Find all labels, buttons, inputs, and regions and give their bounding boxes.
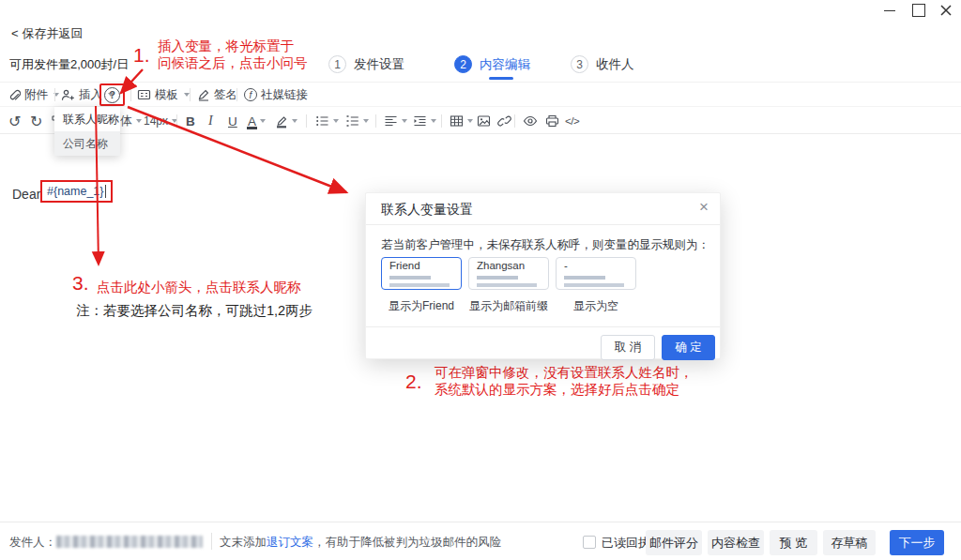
variable-option-empty[interactable]: - [556,257,636,290]
confirm-button[interactable]: 确 定 [662,335,715,360]
save-draft-button[interactable]: 存草稿 [823,530,876,555]
template-icon [137,88,151,101]
divider [190,88,191,101]
read-receipt-checkbox[interactable] [583,536,596,549]
redo-button[interactable]: ↻ [30,110,42,132]
dropdown-item-company-name[interactable]: 公司名称 [54,131,120,156]
placeholder-bar [564,276,605,280]
print-button[interactable] [545,110,559,132]
paperclip-icon [8,88,21,102]
variable-token[interactable]: #{name_1} [40,180,113,203]
table-button[interactable] [450,110,473,132]
signature-button[interactable]: 签名 [197,86,237,103]
placeholder-bar [389,283,450,287]
divider [176,114,177,128]
divider [211,533,212,550]
italic-label: I [208,114,213,129]
redo-icon: ↻ [30,113,42,130]
app-window: <保存并返回 可用发件量2,000封/日 1 发件设置 2 内容编辑 3 收件人… [0,0,961,560]
align-button[interactable] [384,110,407,132]
insert-link-button[interactable] [497,110,511,132]
variable-option-email-prefix[interactable]: Zhangsan [468,257,549,290]
email-score-button[interactable]: 邮件评分 [646,530,702,555]
divider [306,114,307,128]
underline-button[interactable]: U [228,110,237,132]
daily-quota-text: 可用发件量2,000封/日 [9,56,129,73]
bullet-list-button[interactable] [315,110,339,132]
indent-button[interactable] [413,110,436,132]
tip-prefix: 文末添加 [220,536,267,549]
modal-close-icon[interactable]: × [699,198,709,217]
step-label: 发件设置 [354,56,404,73]
ordered-list-icon [345,114,359,128]
font-color-button[interactable]: A [248,110,266,132]
step-recipients[interactable]: 3 收件人 [571,55,634,73]
dropdown-item-contact-nickname[interactable]: 联系人昵称 [54,107,120,131]
annotation-step3-note: 注：若要选择公司名称，可跳过1,2两步 [76,302,313,320]
facebook-circle-icon: f [244,88,257,101]
step-content-edit[interactable]: 2 内容编辑 [454,55,530,73]
highlight-marker-icon [275,114,288,129]
ordered-list-button[interactable] [345,110,369,132]
chevron-down-icon [467,119,473,123]
image-icon [477,114,491,128]
insert-image-button[interactable] [477,110,491,132]
attachment-label: 附件 [24,87,48,103]
annotation-line: 插入变量，将光标置于 [158,38,308,54]
highlight-color-button[interactable] [275,110,297,132]
undo-button[interactable]: ↺ [8,110,21,132]
placeholder-bar [389,276,431,280]
window-close-icon[interactable] [933,0,959,21]
annotation-step2-text: 可在弹窗中修改，没有设置联系人姓名时， 系统默认的显示方案，选择好后点击确定 [435,364,694,398]
printer-icon [545,114,559,128]
preview-button-footer[interactable]: 预 览 [770,530,817,555]
editor-greeting-text[interactable]: Dear [12,187,40,202]
social-links-button[interactable]: f 社媒链接 [244,86,308,103]
cancel-button[interactable]: 取 消 [601,335,655,360]
read-receipt-label: 已读回执 [602,535,650,552]
chevron-down-icon [431,119,436,123]
attachment-button[interactable]: 附件 [8,86,59,103]
back-save-return-link[interactable]: <保存并返回 [11,25,84,42]
align-left-icon [384,114,398,128]
annotation-step1-number: 1. [133,44,150,67]
pen-icon [197,88,210,101]
placeholder-bar [564,283,624,287]
unsubscribe-copy-link[interactable]: 退订文案 [267,536,313,549]
annotation-line: 可在弹窗中修改，没有设置联系人姓名时， [435,364,694,381]
modal-description: 若当前客户管理中，未保存联系人称呼，则变量的显示规则为： [381,237,709,253]
window-maximize-button[interactable] [905,0,931,21]
font-family-select[interactable]: 体 [120,110,142,132]
undo-icon: ↺ [8,113,21,130]
annotation-line: 系统默认的显示方案，选择好后点击确定 [435,381,694,398]
indent-icon [413,114,427,128]
next-step-button[interactable]: 下一步 [890,530,944,555]
option-caption: 显示为空 [556,298,636,314]
source-code-button[interactable]: </> [565,110,579,132]
bold-label: B [186,114,195,129]
content-check-button[interactable]: 内容检查 [708,530,764,555]
sender-email-redacted [56,536,203,548]
template-button[interactable]: 模板 [137,86,190,103]
placeholder-bar [477,276,518,280]
italic-button[interactable]: I [208,110,213,132]
bold-button[interactable]: B [186,110,195,132]
bullet-list-icon [315,114,329,128]
divider [130,88,131,101]
signature-label: 签名 [214,87,237,103]
eye-icon [523,114,538,128]
variable-help-highlight-box: ? [99,83,125,106]
help-question-icon[interactable]: ? [104,87,120,103]
annotation-line: 问候语之后，点击小问号 [158,54,308,71]
format-toolbar: ↺ ↻ 体 14px B I U A [0,106,961,134]
font-size-select[interactable]: 14px [144,110,177,132]
variable-option-friend[interactable]: Friend [381,257,462,290]
underline-label: U [228,114,237,129]
step-number: 3 [571,55,588,73]
active-step-underline [489,77,513,80]
window-minimize-button[interactable] [877,0,903,21]
back-label: 保存并返回 [23,26,84,40]
chevron-down-icon [260,119,266,123]
preview-button[interactable] [523,110,538,132]
step-send-settings[interactable]: 1 发件设置 [328,55,404,73]
